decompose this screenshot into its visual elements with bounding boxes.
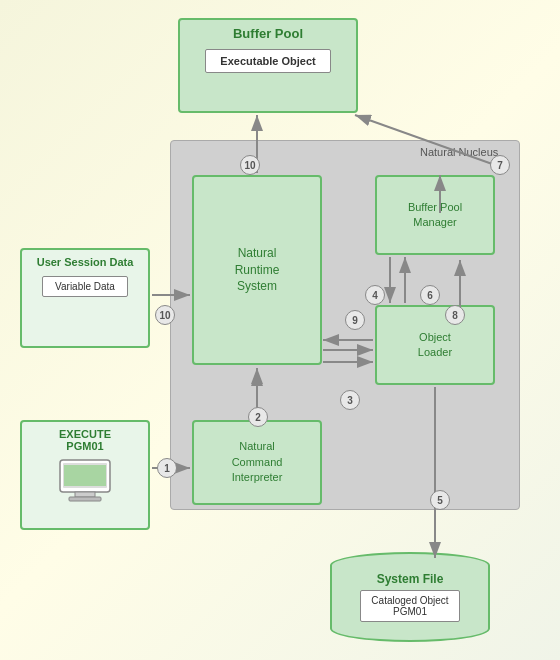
badge-8: 8 bbox=[445, 305, 465, 325]
object-loader-box: ObjectLoader bbox=[375, 305, 495, 385]
badge-2: 2 bbox=[248, 407, 268, 427]
buffer-pool-title: Buffer Pool bbox=[233, 26, 303, 41]
nci-box: NaturalCommandInterpreter bbox=[192, 420, 322, 505]
badge-10b: 10 bbox=[155, 305, 175, 325]
system-file-box: System File Cataloged ObjectPGM01 bbox=[330, 552, 490, 642]
badge-10a: 10 bbox=[240, 155, 260, 175]
buffer-pool-manager-box: Buffer PoolManager bbox=[375, 175, 495, 255]
nci-label: NaturalCommandInterpreter bbox=[232, 439, 283, 485]
badge-4: 4 bbox=[365, 285, 385, 305]
runtime-system-label: NaturalRuntimeSystem bbox=[235, 245, 280, 295]
cataloged-object-box: Cataloged ObjectPGM01 bbox=[360, 590, 459, 622]
buffer-pool-box: Buffer Pool Executable Object bbox=[178, 18, 358, 113]
system-file-outer: System File Cataloged ObjectPGM01 bbox=[330, 552, 490, 642]
user-session-title: User Session Data bbox=[37, 256, 134, 268]
nucleus-label: Natural Nucleus bbox=[420, 146, 498, 158]
badge-7: 7 bbox=[490, 155, 510, 175]
badge-9: 9 bbox=[345, 310, 365, 330]
svg-rect-4 bbox=[64, 465, 106, 486]
object-loader-label: ObjectLoader bbox=[418, 330, 452, 361]
computer-icon bbox=[55, 458, 115, 508]
system-file-title: System File bbox=[377, 572, 444, 586]
runtime-system-box: NaturalRuntimeSystem bbox=[192, 175, 322, 365]
executable-object-box: Executable Object bbox=[205, 49, 330, 73]
execute-box: EXECUTEPGM01 bbox=[20, 420, 150, 530]
buffer-pool-manager-label: Buffer PoolManager bbox=[408, 200, 462, 231]
execute-title: EXECUTEPGM01 bbox=[59, 428, 111, 452]
variable-data-box: Variable Data bbox=[42, 276, 128, 297]
user-session-box: User Session Data Variable Data bbox=[20, 248, 150, 348]
badge-3: 3 bbox=[340, 390, 360, 410]
svg-rect-3 bbox=[69, 497, 101, 501]
svg-rect-2 bbox=[75, 492, 95, 497]
badge-1: 1 bbox=[157, 458, 177, 478]
badge-5: 5 bbox=[430, 490, 450, 510]
badge-6: 6 bbox=[420, 285, 440, 305]
